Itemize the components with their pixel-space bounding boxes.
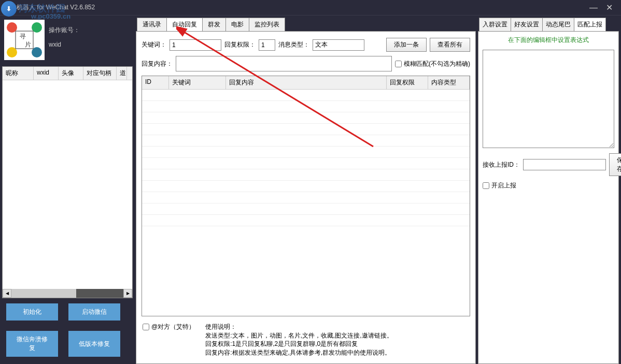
- start-wechat-button[interactable]: 启动微信: [68, 303, 120, 321]
- col-wxid[interactable]: wxid: [34, 67, 59, 80]
- instr-line1: 使用说明：: [205, 323, 392, 331]
- minimize-button[interactable]: —: [586, 3, 601, 13]
- operator-label: 操作账号：: [49, 26, 80, 35]
- close-button[interactable]: ✕: [601, 3, 617, 13]
- window-title: 寻片机器人 for WeChat V2.6.852: [4, 3, 586, 12]
- reply-content-input[interactable]: [176, 56, 392, 71]
- main-tabs: 通讯录 自动回复 群发 电影 监控列表: [136, 18, 476, 31]
- expression-hint: 在下面的编辑框中设置表达式: [483, 36, 614, 45]
- expression-input[interactable]: [483, 50, 614, 148]
- view-all-button[interactable]: 查看所有: [430, 38, 470, 52]
- contact-list: 昵称 wxid 头像 对应句柄 道 ◀ ▶: [2, 66, 133, 298]
- right-panel: 入群设置 好友设置 动态尾巴 匹配上报 在下面的编辑框中设置表达式 接收上报ID…: [477, 16, 621, 364]
- col-avatar[interactable]: 头像: [59, 67, 83, 80]
- rules-table: ID 关键词 回复内容 回复权限 内容类型: [142, 76, 470, 316]
- crash-fix-button[interactable]: 微信奔溃修复: [6, 331, 58, 357]
- tab-mass-send[interactable]: 群发: [202, 18, 226, 31]
- scroll-left-icon[interactable]: ◀: [3, 289, 11, 298]
- instr-line4: 回复内容:根据发送类型来确定,具体请参考,群发功能中的使用说明。: [205, 348, 392, 357]
- th-keyword[interactable]: 关键词: [169, 76, 226, 89]
- low-ver-fix-button[interactable]: 低版本修复: [68, 331, 120, 357]
- reply-content-label: 回复内容：: [142, 60, 173, 68]
- watermark-logo: ⬇: [1, 1, 17, 17]
- enable-report-checkbox[interactable]: 开启上报: [483, 181, 614, 190]
- col-extra[interactable]: 道: [117, 67, 127, 80]
- recv-id-label: 接收上报ID：: [483, 161, 520, 169]
- scroll-right-icon[interactable]: ▶: [123, 289, 132, 298]
- hscrollbar[interactable]: ◀ ▶: [3, 289, 132, 298]
- auto-reply-panel: 关键词： 回复权限： 消息类型： 添加一条 查看所有 回复内容： 模糊匹配(不勾…: [136, 31, 476, 364]
- at-sender-checkbox[interactable]: @对方（艾特）: [143, 323, 195, 331]
- save-button[interactable]: 保存: [609, 153, 621, 176]
- reply-perm-input[interactable]: [259, 39, 275, 51]
- fuzzy-match-checkbox[interactable]: 模糊匹配(不勾选为精确): [395, 60, 470, 68]
- reply-perm-label: 回复权限：: [224, 40, 256, 49]
- msg-type-input[interactable]: [313, 39, 364, 51]
- th-perm[interactable]: 回复权限: [387, 76, 428, 89]
- add-item-button[interactable]: 添加一条: [386, 38, 427, 52]
- keyword-input[interactable]: [170, 39, 221, 51]
- svg-text:片: 片: [25, 41, 31, 48]
- tab-match-report[interactable]: 匹配上报: [574, 18, 606, 31]
- instructions: @对方（艾特） 使用说明： 发送类型:文本，图片，动图，名片,文件，收藏,图文连…: [142, 321, 470, 359]
- tab-auto-reply[interactable]: 自动回复: [166, 18, 203, 31]
- init-button[interactable]: 初始化: [6, 303, 58, 321]
- contact-list-body[interactable]: [3, 80, 132, 289]
- tab-monitor[interactable]: 监控列表: [249, 18, 285, 31]
- center-panel: 通讯录 自动回复 群发 电影 监控列表 关键词： 回复权限： 消息类型： 添加一…: [135, 16, 477, 364]
- titlebar: 寻片机器人 for WeChat V2.6.852 — ✕: [0, 0, 621, 16]
- col-nickname[interactable]: 昵称: [3, 67, 34, 80]
- avatar: 寻 片: [4, 20, 45, 60]
- msg-type-label: 消息类型：: [278, 40, 309, 49]
- wxid-label: wxid: [49, 41, 80, 48]
- tab-movies[interactable]: 电影: [225, 18, 249, 31]
- instr-line3: 回复权限:1是只回复私聊,2是只回复群聊,0是所有都回复: [205, 340, 392, 348]
- tab-friend-set[interactable]: 好友设置: [511, 18, 543, 31]
- left-panel: 寻 片 操作账号： wxid 昵称 wxid 头像 对应句柄 道 ◀ ▶: [0, 16, 135, 364]
- col-handle[interactable]: 对应句柄: [83, 67, 117, 80]
- tab-contacts[interactable]: 通讯录: [137, 18, 167, 31]
- recv-id-input[interactable]: [523, 159, 606, 170]
- th-id[interactable]: ID: [142, 76, 169, 89]
- tab-join-group[interactable]: 入群设置: [479, 18, 511, 31]
- th-content[interactable]: 回复内容: [226, 76, 387, 89]
- tab-dynamic-tail[interactable]: 动态尾巴: [542, 18, 574, 31]
- scroll-thumb[interactable]: [11, 289, 76, 298]
- svg-text:寻: 寻: [20, 33, 26, 40]
- rules-table-body[interactable]: [142, 90, 470, 316]
- th-type[interactable]: 内容类型: [428, 76, 470, 89]
- keyword-label: 关键词：: [142, 40, 166, 49]
- instr-line2: 发送类型:文本，图片，动图，名片,文件，收藏,图文连接,邀请链接。: [205, 331, 392, 340]
